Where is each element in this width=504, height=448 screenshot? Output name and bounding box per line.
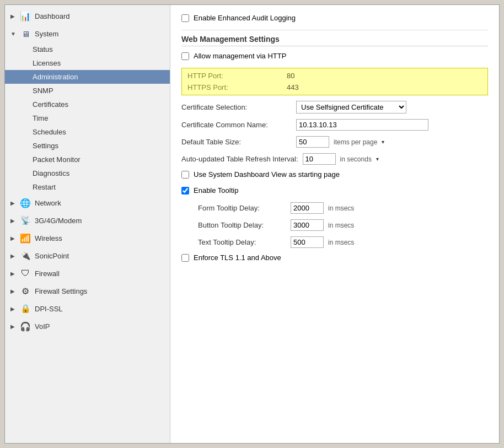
refresh-interval-unit: in seconds xyxy=(340,155,372,163)
button-tooltip-label: Button Tooltip Delay: xyxy=(198,221,286,229)
allow-http-checkbox[interactable] xyxy=(181,52,189,60)
http-port-label: HTTP Port: xyxy=(187,72,287,80)
sidebar-label-schedules: Schedules xyxy=(33,128,66,136)
sidebar-item-diagnostics[interactable]: Diagnostics xyxy=(5,166,170,180)
enforce-tls-row: Enforce TLS 1.1 and Above xyxy=(181,253,488,262)
sidebar-label-time: Time xyxy=(33,114,48,122)
sidebar-label-firewall-settings: Firewall Settings xyxy=(35,287,87,295)
sidebar-item-firewall[interactable]: ▶ 🛡 Firewall xyxy=(5,265,170,282)
sidebar-item-administration[interactable]: Administration xyxy=(5,70,170,84)
tooltip-subsection: Form Tooltip Delay: in msecs Button Tool… xyxy=(198,202,488,248)
table-size-input[interactable] xyxy=(296,136,329,148)
sidebar-item-network[interactable]: ▶ 🌐 Network xyxy=(5,194,170,212)
firewall-icon: 🛡 xyxy=(19,267,31,279)
enforce-tls-label: Enforce TLS 1.1 and Above xyxy=(194,253,281,262)
outer-frame: ▶ 📊 Dashboard ▼ 🖥 System Status Licenses… xyxy=(0,0,504,448)
fw-settings-icon: ⚙ xyxy=(19,285,31,297)
sidebar-item-dashboard[interactable]: ▶ 📊 Dashboard xyxy=(5,7,170,25)
content-panel: Enable Enhanced Audit Logging Web Manage… xyxy=(170,5,499,443)
system-dashboard-row: Use System Dashboard View as starting pa… xyxy=(181,170,488,179)
sidebar-label-licenses: Licenses xyxy=(33,59,61,67)
ports-highlight-box: HTTP Port: 80 HTTPS Port: 443 xyxy=(181,68,488,95)
sidebar-item-restart[interactable]: Restart xyxy=(5,180,170,194)
enable-tooltip-checkbox[interactable] xyxy=(181,187,189,195)
sidebar-label-system: System xyxy=(35,30,58,38)
modem-arrow: ▶ xyxy=(10,218,16,224)
sidebar-item-modem[interactable]: ▶ 📡 3G/4G/Modem xyxy=(5,212,170,229)
sidebar-label-snmp: SNMP xyxy=(33,87,53,95)
form-tooltip-unit: in msecs xyxy=(328,204,354,212)
sidebar-label-network: Network xyxy=(35,199,61,207)
sidebar-label-administration: Administration xyxy=(33,73,78,81)
text-tooltip-label: Text Tooltip Delay: xyxy=(198,238,286,246)
text-tooltip-delay-row: Text Tooltip Delay: in msecs xyxy=(198,236,488,248)
audit-logging-label: Enable Enhanced Audit Logging xyxy=(194,14,296,22)
voip-arrow: ▶ xyxy=(10,323,16,330)
refresh-interval-label: Auto-updated Table Refresh Interval: xyxy=(181,155,298,163)
sidebar-item-time[interactable]: Time xyxy=(5,111,170,125)
system-icon: 🖥 xyxy=(19,28,31,40)
firewall-arrow: ▶ xyxy=(10,271,16,277)
table-size-unit: items per page xyxy=(334,138,377,146)
sidebar-item-packet-monitor[interactable]: Packet Monitor xyxy=(5,153,170,166)
allow-http-row: Allow management via HTTP xyxy=(181,52,488,60)
dashboard-icon: 📊 xyxy=(19,10,31,22)
sidebar-item-dpi-ssl[interactable]: ▶ 🔒 DPI-SSL xyxy=(5,300,170,317)
sidebar-item-system[interactable]: ▼ 🖥 System xyxy=(5,25,170,42)
sonicpoint-arrow: ▶ xyxy=(10,253,16,259)
enforce-tls-checkbox[interactable] xyxy=(181,254,189,262)
network-icon: 🌐 xyxy=(19,197,31,209)
cert-selection-label: Certificate Selection: xyxy=(181,103,292,111)
sonicpoint-icon: 🔌 xyxy=(19,250,31,262)
sidebar-item-settings[interactable]: Settings xyxy=(5,139,170,153)
audit-logging-row: Enable Enhanced Audit Logging xyxy=(181,14,488,22)
sidebar-label-dashboard: Dashboard xyxy=(35,12,70,20)
https-port-label: HTTPS Port: xyxy=(187,83,287,91)
button-tooltip-unit: in msecs xyxy=(328,222,354,229)
sidebar-label-modem: 3G/4G/Modem xyxy=(35,217,82,225)
allow-http-label: Allow management via HTTP xyxy=(194,52,286,60)
dashboard-arrow: ▶ xyxy=(10,13,16,19)
main-container: ▶ 📊 Dashboard ▼ 🖥 System Status Licenses… xyxy=(4,4,500,444)
sidebar-label-certificates: Certificates xyxy=(33,100,68,109)
button-tooltip-delay-row: Button Tooltip Delay: in msecs xyxy=(198,219,488,231)
enable-tooltip-label: Enable Tooltip xyxy=(194,186,238,195)
system-dashboard-checkbox[interactable] xyxy=(181,171,189,179)
table-size-row: Default Table Size: items per page ▾ xyxy=(181,136,488,148)
sidebar-item-certificates[interactable]: Certificates xyxy=(5,98,170,111)
sidebar-item-wireless[interactable]: ▶ 📶 Wireless xyxy=(5,229,170,247)
refresh-interval-input[interactable] xyxy=(303,153,336,165)
text-tooltip-unit: in msecs xyxy=(328,239,354,246)
refresh-arrow[interactable]: ▾ xyxy=(376,156,379,162)
sidebar-label-wireless: Wireless xyxy=(35,234,62,242)
https-port-value: 443 xyxy=(287,83,353,91)
sidebar-item-snmp[interactable]: SNMP xyxy=(5,84,170,98)
wireless-icon: 📶 xyxy=(19,232,31,244)
http-port-value: 80 xyxy=(287,72,353,80)
button-tooltip-input[interactable] xyxy=(291,219,324,231)
cert-common-name-input[interactable] xyxy=(296,119,428,131)
sidebar-label-dpi-ssl: DPI-SSL xyxy=(35,305,63,313)
audit-logging-checkbox[interactable] xyxy=(181,14,189,22)
wireless-arrow: ▶ xyxy=(10,235,16,241)
cert-selection-dropdown[interactable]: Use Selfsigned Certificate Use Custom Ce… xyxy=(296,101,406,114)
divider-1 xyxy=(181,30,488,30)
sidebar-item-sonicpoint[interactable]: ▶ 🔌 SonicPoint xyxy=(5,247,170,265)
dpi-arrow: ▶ xyxy=(10,306,16,312)
form-tooltip-input[interactable] xyxy=(291,202,324,214)
sidebar-item-schedules[interactable]: Schedules xyxy=(5,125,170,139)
sidebar-item-firewall-settings[interactable]: ▶ ⚙ Firewall Settings xyxy=(5,282,170,300)
system-dashboard-label: Use System Dashboard View as starting pa… xyxy=(194,170,340,179)
web-management-heading: Web Management Settings xyxy=(181,35,488,46)
sidebar-label-firewall: Firewall xyxy=(35,269,60,278)
sidebar-label-sonicpoint: SonicPoint xyxy=(35,252,69,260)
table-size-arrow[interactable]: ▾ xyxy=(382,139,384,145)
text-tooltip-input[interactable] xyxy=(291,236,324,248)
sidebar-item-status[interactable]: Status xyxy=(5,42,170,56)
sidebar-item-voip[interactable]: ▶ 🎧 VoIP xyxy=(5,317,170,335)
cert-selection-row: Certificate Selection: Use Selfsigned Ce… xyxy=(181,101,488,114)
sidebar-label-restart: Restart xyxy=(33,183,56,191)
system-arrow: ▼ xyxy=(10,31,16,37)
sidebar-label-settings: Settings xyxy=(33,142,58,150)
sidebar-item-licenses[interactable]: Licenses xyxy=(5,56,170,70)
